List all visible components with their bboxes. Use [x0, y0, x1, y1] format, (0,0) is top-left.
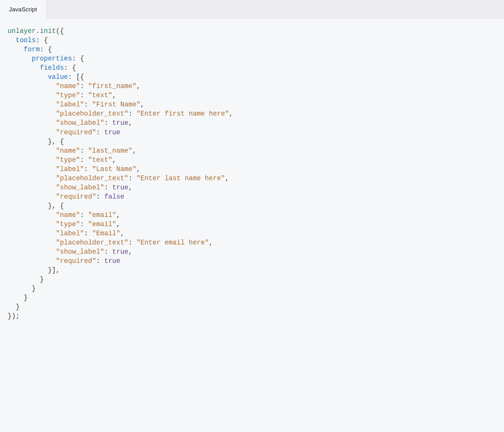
code-punct: : [104, 119, 112, 127]
code-fieldkey-type: "type" [56, 156, 80, 164]
code-value: "email" [88, 220, 116, 228]
code-fieldkey-type: "type" [56, 92, 80, 99]
code-punct: , [120, 230, 124, 237]
code-punct: : [128, 175, 136, 182]
code-punct: } [32, 285, 36, 292]
code-punct: : [80, 147, 88, 155]
code-fieldkey-required: "required" [56, 193, 96, 200]
code-punct: : [80, 156, 88, 164]
code-value: "first_name" [88, 82, 136, 90]
code-punct: : { [72, 55, 84, 62]
code-punct: : [104, 184, 112, 191]
code-punct: }], [48, 266, 60, 274]
code-punct: : [96, 129, 104, 136]
code-fieldkey-placeholder: "placeholder_text" [56, 239, 129, 246]
code-fieldkey-label: "label" [56, 101, 84, 108]
code-value: "text" [88, 156, 112, 164]
code-value: "Enter last name here" [136, 175, 225, 182]
code-bool: true [112, 248, 129, 256]
tab-bar: JavaScript [0, 0, 504, 19]
code-punct: : [80, 92, 88, 99]
code-punct: : [84, 230, 92, 237]
code-punct: : [80, 220, 88, 228]
code-punct: , [112, 92, 117, 99]
code-value: "First Name" [92, 101, 141, 108]
code-fieldkey-type: "type" [56, 220, 80, 228]
tab-label: JavaScript [9, 6, 37, 13]
code-value: "email" [88, 211, 116, 219]
code-fieldkey-name: "name" [56, 147, 80, 155]
code-punct: , [209, 239, 213, 246]
code-value: "Last Name" [92, 165, 136, 173]
code-fieldkey-name: "name" [56, 82, 80, 90]
code-punct: : [{ [68, 73, 84, 81]
code-content: unlayer.init({ tools: { form: { properti… [0, 19, 504, 329]
code-punct: : [84, 165, 92, 173]
code-punct: : { [64, 64, 76, 72]
code-punct: , [136, 165, 141, 173]
code-value: "last_name" [88, 147, 132, 155]
code-fieldkey-showlabel: "show_label" [56, 248, 104, 256]
code-value: "Email" [92, 230, 120, 237]
code-punct: , [229, 110, 233, 118]
code-punct: : [128, 110, 136, 118]
code-block: JavaScript unlayer.init({ tools: { form:… [0, 0, 504, 329]
code-punct: : [84, 101, 92, 108]
code-punct: : [96, 257, 104, 265]
code-punct: , [116, 220, 120, 228]
code-fieldkey-placeholder: "placeholder_text" [56, 110, 129, 118]
code-key-form: form [24, 46, 40, 53]
tab-javascript[interactable]: JavaScript [0, 0, 46, 19]
code-fieldkey-required: "required" [56, 129, 96, 136]
code-punct: } [24, 294, 28, 302]
code-fieldkey-name: "name" [56, 211, 80, 219]
code-punct: , [132, 147, 136, 155]
code-punct: : { [36, 36, 48, 44]
code-bool: true [112, 184, 129, 191]
code-fieldkey-showlabel: "show_label" [56, 119, 104, 127]
code-value: "text" [88, 92, 112, 99]
code-fieldkey-label: "label" [56, 165, 84, 173]
code-punct: : [80, 82, 88, 90]
code-punct: , [225, 175, 229, 182]
code-value: "Enter email here" [136, 239, 209, 246]
code-punct: : [128, 239, 136, 246]
code-punct: , [128, 248, 132, 256]
code-punct: . [36, 27, 40, 35]
code-punct: : { [40, 46, 52, 53]
code-key-tools: tools [16, 36, 36, 44]
code-punct: , [116, 211, 120, 219]
code-bool: true [104, 257, 120, 265]
code-punct: }, { [48, 202, 64, 210]
code-punct: , [136, 82, 141, 90]
code-value: "Enter first name here" [136, 110, 229, 118]
code-fieldkey-required: "required" [56, 257, 96, 265]
code-punct: ({ [56, 27, 64, 35]
code-punct: }); [8, 312, 20, 320]
code-key-fields: fields [40, 64, 64, 72]
code-object: unlayer [8, 27, 36, 35]
code-bool: true [112, 119, 129, 127]
code-punct: : [96, 193, 104, 200]
code-key-value: value [48, 73, 68, 81]
code-punct: , [112, 156, 117, 164]
code-fieldkey-showlabel: "show_label" [56, 184, 104, 191]
code-bool: true [104, 129, 120, 136]
code-punct: , [128, 119, 132, 127]
code-key-properties: properties [32, 55, 72, 62]
code-punct: : [80, 211, 88, 219]
code-punct: , [141, 101, 145, 108]
code-fieldkey-label: "label" [56, 230, 84, 237]
code-punct: } [40, 276, 44, 283]
code-punct: }, { [48, 138, 64, 145]
code-method: init [40, 27, 56, 35]
code-fieldkey-placeholder: "placeholder_text" [56, 175, 129, 182]
code-punct: , [128, 184, 132, 191]
code-punct: } [16, 303, 20, 311]
code-bool: false [104, 193, 124, 200]
code-punct: : [104, 248, 112, 256]
